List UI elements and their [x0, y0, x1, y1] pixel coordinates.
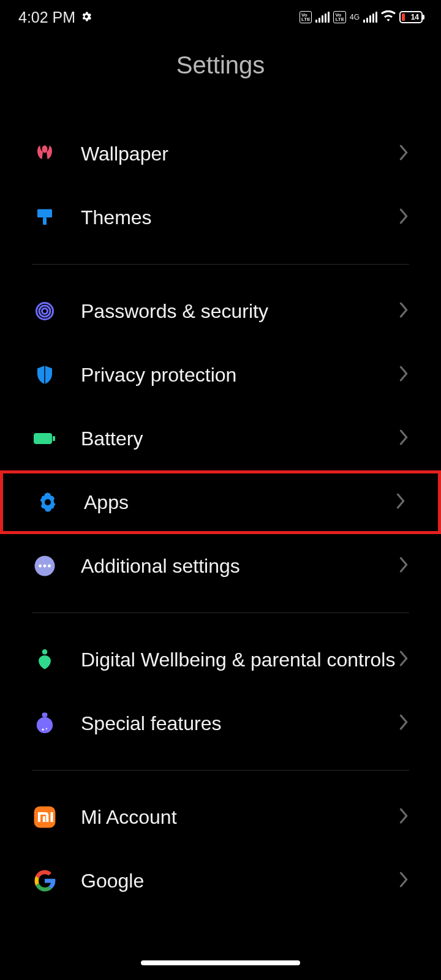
google-icon [32, 868, 58, 894]
chevron-right-icon [398, 650, 409, 669]
group-divider [32, 770, 409, 771]
settings-status-icon [80, 9, 92, 26]
mi-icon [32, 804, 58, 830]
brush-icon [32, 205, 58, 230]
fingerprint-icon [32, 298, 58, 324]
dots-icon [32, 553, 58, 579]
svg-point-12 [42, 649, 48, 655]
shield-icon [32, 362, 58, 388]
chevron-right-icon [398, 429, 409, 448]
svg-point-10 [43, 565, 47, 568]
chevron-right-icon [398, 301, 409, 321]
settings-row-passwords-security[interactable]: Passwords & security [0, 279, 441, 343]
settings-row-wallpaper[interactable]: Wallpaper [0, 122, 441, 186]
svg-rect-5 [34, 433, 52, 444]
svg-point-16 [46, 728, 47, 729]
settings-row-themes[interactable]: Themes [0, 186, 441, 249]
settings-row-mi-account[interactable]: Mi Account [0, 785, 441, 849]
settings-row-digital-wellbeing-parental-controls[interactable]: Digital Wellbeing & parental controls [0, 628, 441, 692]
settings-row-label: Wallpaper [58, 141, 398, 166]
settings-row-label: Google [58, 869, 398, 893]
tulip-icon [32, 141, 58, 167]
battery-level-text: 14 [411, 13, 419, 21]
svg-point-4 [42, 309, 48, 314]
settings-row-label: Apps [61, 490, 395, 514]
status-time: 4:02 PM [18, 9, 75, 26]
battery-icon [32, 426, 58, 451]
chevron-right-icon [398, 144, 409, 164]
settings-row-apps[interactable]: Apps [0, 470, 441, 534]
settings-row-label: Privacy protection [58, 363, 398, 387]
settings-row-special-features[interactable]: Special features [0, 692, 441, 755]
network-type-label: 4G [350, 14, 360, 20]
svg-rect-1 [43, 217, 47, 225]
settings-row-label: Special features [58, 711, 398, 736]
volte-badge-sim1: VoLTE [300, 11, 312, 23]
gear-icon [35, 489, 61, 515]
chevron-right-icon [398, 714, 409, 733]
chevron-right-icon [398, 365, 409, 385]
home-indicator[interactable] [141, 960, 300, 965]
chevron-right-icon [398, 871, 409, 891]
svg-rect-6 [53, 436, 55, 441]
status-bar: 4:02 PM VoLTE VoLTE 4G 14 [0, 0, 441, 34]
group-divider [32, 264, 409, 265]
settings-row-additional-settings[interactable]: Additional settings [0, 534, 441, 598]
svg-rect-13 [42, 712, 48, 717]
svg-point-7 [45, 499, 51, 505]
settings-row-label: Mi Account [58, 805, 398, 829]
chevron-right-icon [398, 556, 409, 576]
group-divider [32, 612, 409, 613]
settings-row-label: Additional settings [58, 554, 398, 578]
svg-point-11 [48, 565, 51, 568]
svg-point-14 [37, 717, 53, 733]
settings-row-label: Digital Wellbeing & parental controls [58, 647, 398, 672]
settings-row-privacy-protection[interactable]: Privacy protection [0, 343, 441, 407]
battery-icon: 14 [399, 11, 423, 23]
settings-row-label: Passwords & security [58, 299, 398, 323]
flask-icon [32, 710, 58, 736]
chevron-right-icon [398, 807, 409, 827]
page-header: Settings [0, 34, 441, 122]
settings-list: Wallpaper Themes Passwords & security Pr… [0, 122, 441, 913]
svg-rect-0 [37, 209, 52, 218]
volte-badge-sim2: VoLTE [333, 11, 346, 23]
svg-point-15 [42, 729, 43, 731]
settings-row-google[interactable]: Google [0, 849, 441, 913]
signal-sim2-icon [363, 12, 377, 23]
chevron-right-icon [395, 492, 406, 512]
settings-row-label: Battery [58, 426, 398, 451]
settings-row-battery[interactable]: Battery [0, 407, 441, 470]
svg-point-3 [39, 306, 50, 317]
svg-point-9 [39, 565, 42, 568]
chevron-right-icon [398, 208, 409, 227]
settings-row-label: Themes [58, 205, 398, 230]
wifi-icon [381, 9, 396, 26]
signal-sim1-icon [315, 12, 330, 23]
page-title: Settings [0, 51, 441, 79]
wellbeing-icon [32, 647, 58, 673]
